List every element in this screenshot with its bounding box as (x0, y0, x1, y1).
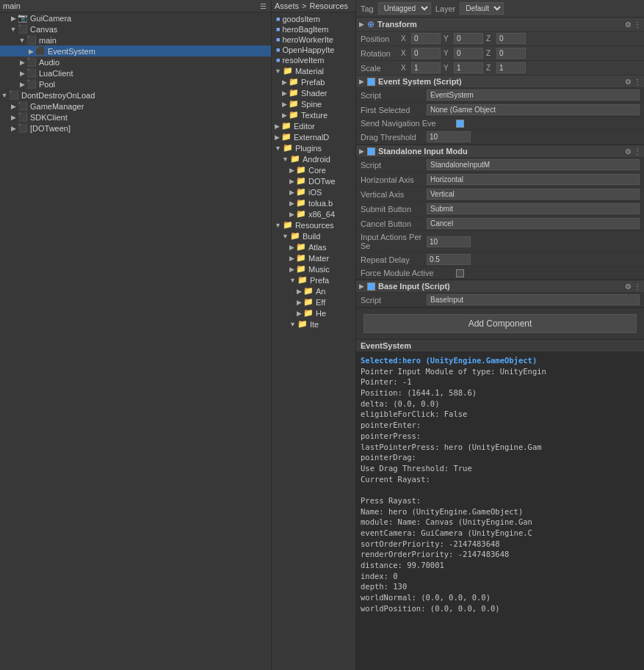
folder-ExternalD[interactable]: ▶📁ExternalD (273, 131, 354, 142)
folder-tri-Ite: ▼ (289, 321, 296, 328)
add-component-button[interactable]: Add Component (363, 314, 637, 333)
tree-item-guicamera[interactable]: ▶📷GuiCamera (0, 12, 271, 23)
tree-label-gamemanager: GameManager (30, 102, 84, 111)
si-submit-row: Submit Button Submit (356, 202, 644, 216)
transform-settings-icon[interactable]: ⚙ (625, 21, 632, 29)
console-line-9: Use Drag Threshold: True (361, 463, 640, 474)
folder-Prefa[interactable]: ▼📁Prefa (273, 274, 354, 285)
es-drag-val[interactable] (427, 131, 471, 142)
tree-expand-audio[interactable]: ▶ (18, 59, 26, 66)
eventsystem-header[interactable]: ▶ Event System (Script) ⚙ ⋮ (356, 76, 644, 88)
folder-iOS[interactable]: ▶📁iOS (273, 186, 354, 197)
folder-DOTwe[interactable]: ▶📁DOTwe (273, 175, 354, 186)
console-line-11 (361, 484, 640, 495)
rot-y-input[interactable] (454, 48, 483, 59)
transform-more-icon[interactable]: ⋮ (634, 21, 641, 29)
folder-Android[interactable]: ▼📁Android (273, 153, 354, 164)
rot-x-input[interactable] (411, 48, 441, 59)
folder-Core[interactable]: ▶📁Core (273, 164, 354, 175)
folder-Spine[interactable]: ▶📁Spine (273, 98, 354, 109)
tree-expand-eventsystem[interactable]: ▶ (26, 48, 35, 55)
transform-header[interactable]: ▶ ⊕ Transform ⚙ ⋮ (356, 18, 644, 32)
rot-x-label: X (401, 49, 408, 57)
es-check[interactable] (367, 78, 375, 86)
asset-file-resolveItem[interactable]: ■resolveItem (273, 55, 354, 65)
standalone-header[interactable]: ▶ Standalone Input Modu ⚙ ⋮ (356, 145, 644, 158)
tree-item-luaclient[interactable]: ▶⬛LuaClient (0, 68, 271, 79)
hierarchy-menu-btn[interactable]: ☰ (258, 2, 268, 10)
tree-item-eventsystem[interactable]: ▶⬛EventSystem (0, 45, 271, 57)
tree-item-dotween[interactable]: ▶⬛[DOTween] (0, 123, 271, 134)
si-repeat-val[interactable] (427, 254, 471, 265)
folder-tolua.b[interactable]: ▶📁tolua.b (273, 197, 354, 208)
folder-Plugins[interactable]: ▼📁Plugins (273, 142, 354, 153)
es-more-icon[interactable]: ⋮ (634, 78, 641, 86)
folder-Resources[interactable]: ▼📁Resources (273, 219, 354, 230)
tree-expand-luaclient[interactable]: ▶ (18, 70, 26, 77)
tree-expand-gamemanager[interactable]: ▶ (9, 103, 18, 110)
scale-z-input[interactable] (496, 62, 526, 73)
scale-y-input[interactable] (454, 62, 483, 73)
si-settings-icon[interactable]: ⚙ (625, 148, 632, 156)
folder-Editor[interactable]: ▶📁Editor (273, 120, 354, 131)
layer-select[interactable]: Default (460, 2, 504, 15)
folder-He[interactable]: ▶📁He (273, 307, 354, 318)
si-haxis-val: Horizontal (427, 174, 640, 185)
tree-expand-guicamera[interactable]: ▶ (9, 15, 18, 22)
file-label-OpenHappyIte: OpenHappyIte (282, 45, 334, 54)
pos-y-input[interactable] (454, 33, 483, 44)
tree-expand-sdkclient[interactable]: ▶ (9, 114, 18, 121)
folder-x86_64[interactable]: ▶📁x86_64 (273, 208, 354, 219)
asset-file-heroWorkerIte[interactable]: ■heroWorkerIte (273, 34, 354, 45)
tree-expand-main-child[interactable]: ▼ (18, 37, 26, 44)
folder-tri-Resources: ▼ (275, 222, 281, 229)
bi-settings-icon[interactable]: ⚙ (625, 283, 632, 291)
folder-Ite[interactable]: ▼📁Ite (273, 318, 354, 329)
console-line-10: Current Rayast: (361, 474, 640, 485)
folder-icon-Ite: 📁 (297, 319, 308, 329)
si-force-check[interactable] (456, 269, 464, 277)
es-sendnav-check[interactable] (456, 120, 464, 128)
pos-z-input[interactable] (496, 33, 526, 44)
folder-icon-Resources: 📁 (283, 220, 293, 230)
folder-Texture[interactable]: ▶📁Texture (273, 109, 354, 120)
bi-check[interactable] (367, 283, 375, 291)
si-input-val[interactable] (427, 236, 471, 247)
es-settings-icon[interactable]: ⚙ (625, 78, 632, 86)
folder-label-Core: Core (308, 166, 326, 175)
si-more-icon[interactable]: ⋮ (634, 148, 641, 156)
tree-item-audio[interactable]: ▶⬛Audio (0, 57, 271, 68)
asset-file-OpenHappyIte[interactable]: ■OpenHappyIte (273, 45, 354, 55)
folder-Build[interactable]: ▼📁Build (273, 230, 354, 241)
folder-Shader[interactable]: ▶📁Shader (273, 87, 354, 98)
scale-x-input[interactable] (411, 62, 441, 73)
tree-item-pool[interactable]: ▶⬛Pool (0, 79, 271, 90)
asset-file-goodsItem[interactable]: ■goodsItem (273, 14, 354, 24)
tree-item-dontdestroy[interactable]: ▼⬛DontDestroyOnLoad (0, 90, 271, 101)
folder-icon-He: 📁 (303, 308, 314, 318)
folder-Mater[interactable]: ▶📁Mater (273, 252, 354, 263)
folder-Prefab[interactable]: ▶📁Prefab (273, 76, 354, 87)
rot-z-input[interactable] (496, 48, 526, 59)
si-check[interactable] (367, 148, 375, 156)
folder-An[interactable]: ▶📁An (273, 285, 354, 296)
tag-select[interactable]: Untagged (378, 2, 431, 15)
folder-label-Ite: Ite (310, 320, 319, 329)
base-header[interactable]: ▶ Base Input (Script) ⚙ ⋮ (356, 280, 644, 293)
asset-file-heroBagItem[interactable]: ■heroBagItem (273, 24, 354, 34)
tree-expand-canvas[interactable]: ▼ (9, 26, 18, 33)
tree-item-gamemanager[interactable]: ▶⬛GameManager (0, 101, 271, 112)
tree-expand-dontdestroy[interactable]: ▼ (0, 92, 9, 99)
folder-Atlas[interactable]: ▶📁Atlas (273, 241, 354, 252)
bi-more-icon[interactable]: ⋮ (634, 283, 641, 291)
tree-item-canvas[interactable]: ▼⬛Canvas (0, 23, 271, 34)
tree-item-sdkclient[interactable]: ▶⬛SDKClient (0, 112, 271, 123)
folder-Eff[interactable]: ▶📁Eff (273, 296, 354, 307)
folder-Music[interactable]: ▶📁Music (273, 263, 354, 274)
tree-item-main-child[interactable]: ▼⬛main (0, 34, 271, 45)
tree-expand-pool[interactable]: ▶ (18, 81, 26, 88)
folder-Material[interactable]: ▼📁Material (273, 65, 354, 76)
pos-x-input[interactable] (411, 33, 441, 44)
console: EventSystem Selected:hero (UnityEngine.G… (356, 340, 644, 670)
tree-expand-dotween[interactable]: ▶ (9, 125, 18, 132)
